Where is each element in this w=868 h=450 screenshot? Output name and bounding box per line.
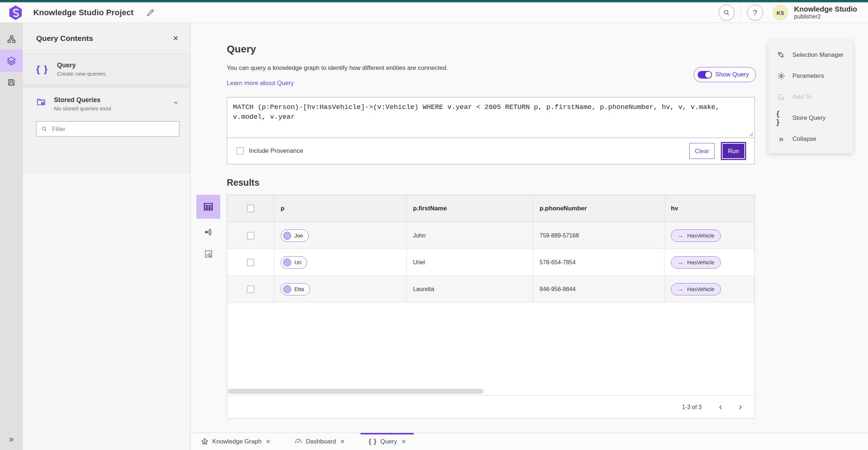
avatar[interactable]: KS [773, 5, 788, 21]
tab-dashboard[interactable]: Dashboard ✕ [286, 433, 353, 450]
graph-view-button[interactable] [196, 224, 220, 240]
relation-label: HasVehicle [687, 286, 714, 292]
table-row: Joe John 759-889-57168 → HasVehicle [227, 222, 754, 249]
relation-label: HasVehicle [687, 259, 714, 265]
search-icon [723, 9, 731, 17]
column-header-firstname: p.firstName [413, 205, 447, 212]
clear-button[interactable]: Clear [689, 143, 715, 159]
collapse-label: Collapse [792, 135, 816, 143]
main-content: Query You can query a knowledge graph to… [191, 23, 868, 433]
add-to-label: Add To [792, 93, 812, 101]
rail-item-save[interactable] [0, 72, 23, 92]
close-icon: ✕ [266, 438, 271, 445]
column-header-p: p [281, 205, 284, 212]
expand-rail-button[interactable]: » [0, 433, 23, 446]
query-item-label: Query [57, 62, 105, 69]
tab-label: Dashboard [306, 438, 336, 445]
entity-label: Etta [294, 286, 304, 292]
rail-item-layers[interactable] [0, 50, 23, 72]
store-query-item[interactable]: { } Store Query [769, 108, 853, 129]
braces-icon: { } [369, 438, 376, 445]
panel-close-button[interactable]: ✕ [173, 34, 179, 43]
filter-input[interactable] [52, 126, 175, 133]
stored-queries-label: Stored Queries [54, 96, 111, 104]
rail-item-hierarchy[interactable] [0, 29, 23, 50]
parameters-item[interactable]: Parameters [769, 66, 853, 87]
panel-item-query[interactable]: { } Query Create new queries [23, 54, 190, 84]
tab-close-button[interactable]: ✕ [266, 438, 271, 445]
toggle-switch [698, 71, 712, 79]
stored-queries-header[interactable]: Stored Queries No stored queries exist [36, 96, 179, 112]
resize-grip-icon[interactable] [749, 132, 753, 136]
chart-icon [204, 249, 213, 258]
next-page-button[interactable] [734, 401, 746, 413]
table-empty-area [227, 303, 754, 395]
dashboard-gauge-icon [294, 438, 302, 446]
column-header-phonenumber: p.phoneNumber [540, 205, 587, 212]
learn-more-link[interactable]: Learn more about Query [227, 80, 294, 87]
knowledge-graph-icon [201, 438, 209, 446]
node-circle-icon [283, 285, 291, 293]
query-textarea[interactable]: MATCH (p:Person)-[hv:HasVehicle]->(v:Veh… [227, 97, 754, 138]
left-icon-rail: » [0, 23, 23, 450]
entity-pill[interactable]: Uri [281, 256, 307, 269]
relation-pill[interactable]: → HasVehicle [671, 230, 721, 242]
query-textarea-wrap: MATCH (p:Person)-[hv:HasVehicle]->(v:Veh… [227, 97, 754, 138]
relation-label: HasVehicle [687, 232, 714, 239]
chart-view-button[interactable] [196, 245, 220, 262]
previous-page-button[interactable] [715, 401, 727, 413]
arrow-right-icon: → [677, 259, 684, 266]
row-checkbox[interactable] [247, 259, 254, 266]
double-chevron-right-icon: » [9, 434, 14, 444]
table-header-row: p p.firstName p.phoneNumber hv [227, 195, 754, 222]
close-icon: ✕ [173, 34, 179, 42]
entity-pill[interactable]: Etta [281, 283, 310, 295]
cell-firstname: John [413, 232, 426, 239]
filter-search-icon [41, 126, 48, 133]
show-query-label: Show Query [715, 71, 749, 78]
folder-icon [36, 97, 46, 107]
query-actions-panel: Selection Manager Parameters Add To { } [769, 41, 853, 153]
edit-project-title-button[interactable] [146, 8, 155, 17]
stored-queries-description: No stored queries exist [54, 105, 111, 112]
run-button[interactable]: Run [722, 143, 745, 159]
query-actions-row: Include Provenance Clear Run [227, 138, 754, 164]
collapse-item[interactable]: » Collapse [769, 129, 853, 150]
cell-firstname: Lauretta [413, 286, 434, 293]
entity-pill[interactable]: Joe [281, 230, 309, 242]
show-query-toggle[interactable]: Show Query [694, 67, 756, 82]
user-name: publisher2 [794, 13, 857, 20]
search-button[interactable] [719, 5, 735, 21]
graph-icon [204, 227, 213, 237]
node-circle-icon [283, 258, 291, 266]
toggle-knob [705, 72, 711, 78]
pagination-label: 1-3 of 3 [682, 404, 702, 411]
row-checkbox[interactable] [247, 232, 254, 239]
table-row: Uri Uriel 578-654-7854 → HasVehicle [227, 249, 754, 276]
table-view-button[interactable] [196, 195, 220, 219]
layers-icon [7, 56, 16, 66]
pencil-icon [146, 8, 155, 17]
help-button[interactable]: ? [747, 5, 763, 21]
include-provenance-checkbox[interactable] [237, 147, 244, 155]
table-icon [203, 201, 214, 212]
stored-queries-group: Stored Queries No stored queries exist [23, 88, 190, 146]
row-checkbox[interactable] [247, 286, 254, 293]
store-query-label: Store Query [792, 114, 826, 122]
tab-close-button[interactable]: ✕ [401, 438, 406, 445]
panel-empty-area [23, 173, 190, 450]
close-icon: ✕ [340, 438, 345, 445]
horizontal-scrollbar[interactable] [228, 389, 484, 394]
select-all-checkbox[interactable] [247, 205, 254, 212]
tab-knowledge-graph[interactable]: Knowledge Graph ✕ [193, 433, 278, 450]
selection-manager-item[interactable]: Selection Manager [769, 45, 853, 66]
add-to-icon [776, 93, 786, 101]
filter-field [36, 121, 179, 136]
hierarchy-icon [7, 35, 16, 44]
results-view-switcher [196, 195, 220, 419]
relation-pill[interactable]: → HasVehicle [671, 256, 721, 269]
tab-query[interactable]: { } Query ✕ [361, 433, 414, 450]
tab-close-button[interactable]: ✕ [340, 438, 345, 445]
parameters-label: Parameters [792, 72, 824, 80]
relation-pill[interactable]: → HasVehicle [671, 283, 721, 295]
